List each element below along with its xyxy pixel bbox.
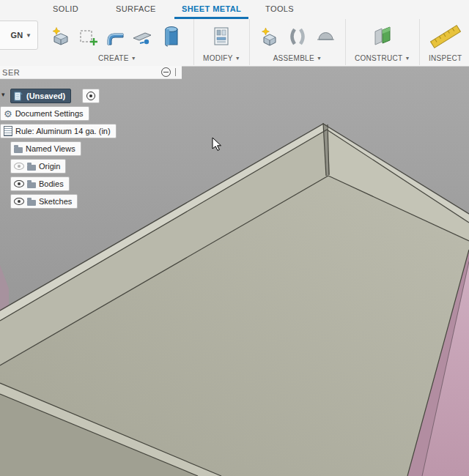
- activate-component-radio[interactable]: [82, 89, 100, 103]
- browser-item-bodies[interactable]: Bodies: [10, 176, 70, 191]
- visibility-on-icon[interactable]: [14, 198, 24, 205]
- inspect-label: INSPECT: [429, 54, 462, 62]
- expand-node-icon[interactable]: ▾: [1, 91, 5, 98]
- workspace-label: GN: [11, 31, 23, 40]
- sketches-label: Sketches: [39, 197, 72, 206]
- browser-item-document-settings[interactable]: ⚙ Document Settings: [0, 106, 89, 121]
- document-settings-label: Document Settings: [15, 109, 84, 118]
- collapse-all-icon[interactable]: [161, 67, 171, 77]
- tab-solid[interactable]: SOLID: [45, 0, 86, 17]
- browser-item-document[interactable]: (Unsaved): [10, 89, 71, 103]
- chevron-down-icon: ▼: [26, 32, 32, 39]
- visibility-on-icon[interactable]: [14, 180, 24, 187]
- tab-tools[interactable]: TOOLS: [258, 0, 301, 17]
- folder-icon: [27, 182, 36, 188]
- construct-label: CONSTRUCT: [355, 54, 402, 62]
- browser-title: SER: [0, 68, 161, 77]
- construct-dropdown[interactable]: CONSTRUCT ▼: [355, 54, 410, 62]
- tab-surface[interactable]: SURFACE: [108, 0, 163, 17]
- gear-icon: ⚙: [4, 109, 12, 119]
- chevron-down-icon: ▼: [131, 56, 136, 61]
- new-component-icon[interactable]: [259, 26, 281, 48]
- flange-full-icon[interactable]: [158, 23, 185, 50]
- tab-sheet-metal[interactable]: SHEET METAL: [174, 0, 248, 19]
- chevron-down-icon: ▼: [405, 56, 410, 61]
- folder-icon: [27, 165, 36, 171]
- named-views-label: Named Views: [26, 144, 75, 153]
- flange-new-icon[interactable]: [50, 26, 72, 48]
- browser-item-named-views[interactable]: Named Views: [10, 141, 81, 156]
- chevron-down-icon: ▼: [317, 56, 322, 61]
- browser-item-rule[interactable]: Rule: Aluminum 14 ga. (in): [0, 124, 117, 138]
- ribbon-tabs: SOLID SURFACE SHEET METAL TOOLS: [0, 0, 469, 19]
- unfold-panel-icon[interactable]: [210, 25, 233, 48]
- header-divider: [175, 68, 176, 76]
- browser-item-origin[interactable]: Origin: [10, 159, 66, 174]
- folder-icon: [27, 200, 36, 206]
- top-toolbar: SOLID SURFACE SHEET METAL TOOLS GN ▼: [0, 0, 469, 67]
- flange-icon[interactable]: [104, 26, 126, 48]
- ribbon-groups: CREATE ▼ MODIFY ▼: [41, 19, 469, 65]
- bend-icon[interactable]: [131, 26, 153, 48]
- origin-label: Origin: [39, 162, 60, 171]
- assemble-label: ASSEMBLE: [273, 54, 314, 62]
- joint-icon[interactable]: [286, 25, 309, 48]
- browser-item-sketches[interactable]: Sketches: [10, 194, 78, 209]
- modify-dropdown[interactable]: MODIFY ▼: [203, 54, 240, 62]
- measure-icon[interactable]: [429, 23, 462, 50]
- document-icon: [14, 92, 23, 101]
- group-construct: CONSTRUCT ▼: [346, 19, 420, 65]
- convert-to-sheet-metal-icon[interactable]: [77, 26, 99, 48]
- document-label: (Unsaved): [26, 92, 65, 100]
- bodies-label: Bodies: [39, 179, 64, 188]
- modify-label: MODIFY: [203, 54, 233, 62]
- create-label: CREATE: [98, 54, 129, 62]
- construction-plane-icon[interactable]: [371, 25, 394, 48]
- group-assemble: ASSEMBLE ▼: [250, 19, 346, 65]
- rule-label: Rule: Aluminum 14 ga. (in): [15, 127, 111, 135]
- visibility-off-icon[interactable]: [14, 163, 24, 170]
- radio-icon: [86, 92, 95, 100]
- group-create: CREATE ▼: [41, 19, 194, 65]
- joint-origin-icon[interactable]: [314, 26, 336, 48]
- inspect-dropdown[interactable]: INSPECT: [429, 54, 462, 62]
- browser-header: SER: [0, 66, 182, 79]
- chevron-down-icon: ▼: [235, 56, 240, 61]
- workspace-selector[interactable]: GN ▼: [0, 21, 38, 50]
- group-modify: MODIFY ▼: [194, 19, 250, 65]
- sheet-metal-rule-icon: [4, 126, 12, 136]
- group-inspect: INSPECT: [420, 19, 469, 65]
- assemble-dropdown[interactable]: ASSEMBLE ▼: [273, 54, 322, 62]
- folder-icon: [14, 147, 23, 153]
- create-dropdown[interactable]: CREATE ▼: [98, 54, 136, 62]
